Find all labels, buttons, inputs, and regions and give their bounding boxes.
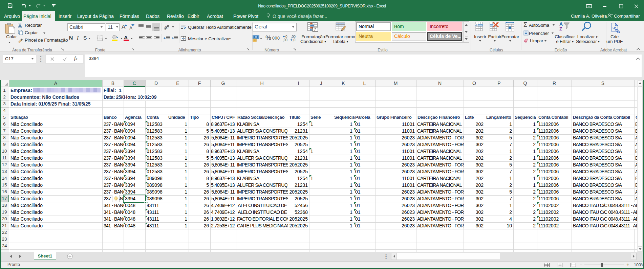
svg-text:,0: ,0: [293, 38, 296, 42]
svg-text:,00: ,00: [283, 38, 287, 42]
svg-text:≠: ≠: [314, 27, 316, 32]
